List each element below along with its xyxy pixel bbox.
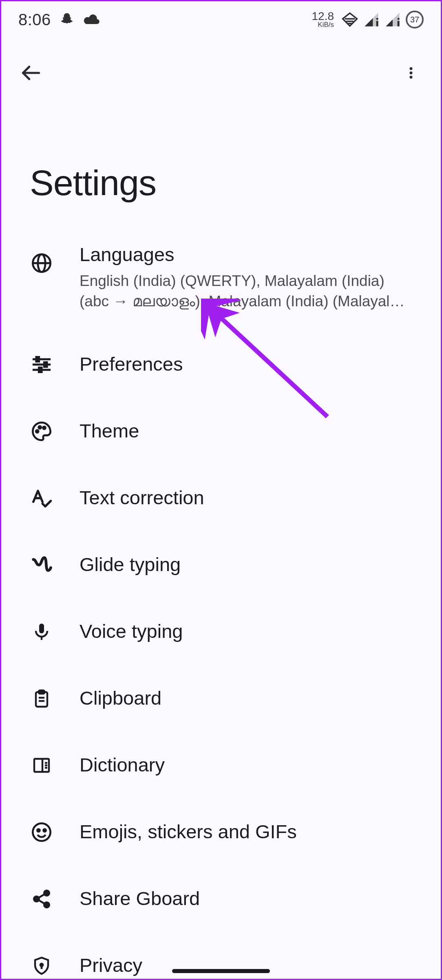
- setting-item-text-correction[interactable]: Text correction: [1, 465, 441, 532]
- svg-point-3: [398, 18, 400, 20]
- svg-rect-12: [36, 357, 39, 361]
- app-bar: [1, 38, 441, 95]
- setting-title: Voice typing: [80, 620, 412, 644]
- setting-title: Emojis, stickers and GIFs: [80, 820, 412, 844]
- text-check-icon: [30, 487, 53, 509]
- svg-point-34: [44, 829, 46, 831]
- svg-point-36: [34, 896, 39, 901]
- svg-point-32: [33, 823, 50, 841]
- battery-percent: 37: [410, 15, 419, 24]
- status-bar: 8:06 12.8 KiB/s 37: [1, 1, 441, 38]
- status-bar-left: 8:06: [18, 11, 101, 29]
- svg-point-1: [376, 18, 378, 20]
- svg-point-40: [40, 963, 43, 966]
- svg-point-7: [410, 76, 413, 79]
- emoji-icon: [30, 822, 53, 843]
- svg-line-39: [39, 900, 44, 903]
- snapchat-icon: [59, 12, 75, 27]
- svg-point-5: [410, 67, 413, 70]
- arrow-back-icon: [20, 62, 42, 85]
- book-icon: [30, 756, 53, 775]
- svg-rect-16: [39, 367, 42, 372]
- setting-title: Clipboard: [80, 686, 412, 710]
- palette-icon: [30, 421, 53, 442]
- setting-title: Glide typing: [80, 553, 412, 577]
- clipboard-icon: [30, 688, 53, 710]
- setting-title: Text correction: [80, 486, 412, 510]
- network-speed-unit: KiB/s: [312, 22, 334, 28]
- setting-item-dictionary[interactable]: Dictionary: [1, 732, 441, 799]
- globe-icon: [30, 253, 53, 274]
- setting-title: Share Gboard: [80, 887, 412, 911]
- sliders-icon: [30, 354, 53, 375]
- setting-item-glide-typing[interactable]: Glide typing: [1, 532, 441, 598]
- settings-list: Languages English (India) (QWERTY), Mala…: [1, 228, 441, 980]
- svg-point-18: [39, 426, 41, 428]
- svg-point-37: [44, 902, 49, 907]
- overflow-menu-button[interactable]: [397, 59, 425, 88]
- svg-rect-24: [39, 690, 44, 694]
- setting-title: Privacy: [80, 954, 412, 978]
- svg-point-6: [410, 71, 413, 74]
- privacy-shield-icon: [30, 955, 53, 977]
- setting-item-preferences[interactable]: Preferences: [1, 331, 441, 398]
- mic-icon: [30, 621, 53, 642]
- setting-subtitle: English (India) (QWERTY), Malayalam (Ind…: [80, 271, 412, 312]
- svg-rect-0: [376, 21, 378, 26]
- status-bar-right: 12.8 KiB/s 37: [312, 11, 424, 29]
- setting-item-share-gboard[interactable]: Share Gboard: [1, 866, 441, 932]
- svg-point-35: [44, 890, 49, 896]
- svg-line-38: [39, 894, 44, 897]
- network-speed: 12.8 KiB/s: [312, 11, 334, 29]
- svg-rect-2: [398, 21, 400, 26]
- setting-title: Theme: [80, 419, 412, 443]
- wifi-icon: [341, 11, 358, 28]
- signal-1-icon: [363, 11, 380, 28]
- svg-point-33: [37, 829, 40, 831]
- setting-item-emojis[interactable]: Emojis, stickers and GIFs: [1, 799, 441, 866]
- setting-item-languages[interactable]: Languages English (India) (QWERTY), Mala…: [1, 231, 441, 331]
- signal-2-icon: [385, 11, 401, 28]
- gesture-icon: [30, 554, 53, 576]
- setting-title: Languages: [80, 243, 412, 267]
- svg-point-19: [43, 426, 45, 429]
- setting-item-theme[interactable]: Theme: [1, 398, 441, 465]
- svg-rect-21: [39, 624, 44, 633]
- svg-point-17: [36, 430, 38, 433]
- back-button[interactable]: [17, 59, 45, 88]
- setting-title: Dictionary: [80, 753, 412, 777]
- navigation-handle[interactable]: [172, 969, 270, 973]
- more-vert-icon: [404, 63, 418, 84]
- cloud-icon: [83, 13, 101, 26]
- setting-item-clipboard[interactable]: Clipboard: [1, 665, 441, 732]
- setting-title: Preferences: [80, 352, 412, 376]
- setting-item-voice-typing[interactable]: Voice typing: [1, 598, 441, 665]
- svg-rect-14: [44, 362, 47, 367]
- page-title: Settings: [1, 95, 441, 228]
- share-icon: [30, 888, 53, 910]
- network-speed-value: 12.8: [312, 11, 334, 22]
- battery-indicator: 37: [406, 11, 424, 29]
- status-clock: 8:06: [18, 11, 51, 29]
